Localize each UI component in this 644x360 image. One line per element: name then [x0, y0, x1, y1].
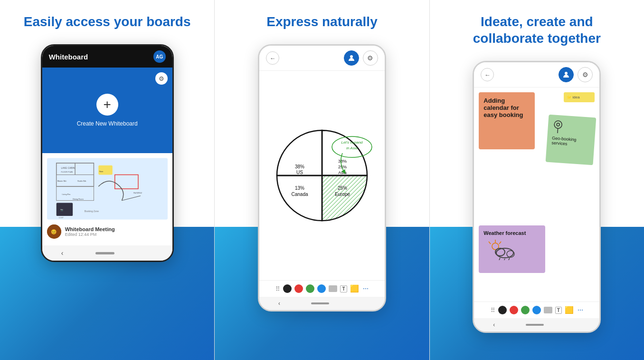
svg-text:13%: 13% [295, 185, 304, 191]
phone2-bottom-bar: ⠿ T 🟨 ⋯ [259, 280, 385, 297]
svg-line-42 [558, 128, 558, 133]
phone2-toolbar: ← ⚙ [259, 46, 385, 71]
tool3-sticky[interactable]: 🟨 [565, 306, 574, 314]
phone2-back-button[interactable]: ← [266, 51, 279, 65]
phone1-nav-bar: ‹ [42, 245, 172, 261]
location-icon [552, 119, 564, 133]
svg-text:US: US [296, 170, 303, 175]
pie-chart: 38% US 38% 25% Asia 13% Canada 25% Europ… [267, 121, 377, 230]
svg-text:📷: 📷 [60, 208, 63, 212]
phone3-user-button[interactable] [559, 67, 574, 82]
nav-pill [95, 252, 114, 254]
svg-line-45 [489, 242, 491, 244]
note-geobooking-text: Geo-booking services [551, 136, 590, 148]
svg-text:Booking Zone: Booking Zone [84, 210, 99, 213]
phone2: ← ⚙ [258, 44, 386, 311]
panel-express: Express naturally ← ⚙ [215, 0, 429, 360]
phone2-toolbar-right: ⚙ [344, 50, 378, 66]
board-avatar: 😊 [47, 224, 61, 239]
svg-line-44 [499, 242, 501, 244]
svg-text:12:6P: 12:6P [58, 216, 64, 219]
phone1: Whiteboard AG ⚙ + Create New Whiteboard [41, 44, 174, 262]
phone3-nav-back: ‹ [493, 321, 495, 328]
app-name-label: Whiteboard [49, 53, 88, 61]
note-weather: Weather forecast [479, 225, 545, 273]
tool3-text[interactable]: T [555, 307, 562, 314]
board-list-item: LAKE CABIN FLOOR PLAN Master Bdr. Studio… [42, 153, 172, 245]
phone2-user-button[interactable] [344, 50, 359, 66]
add-board-button[interactable]: + [96, 94, 118, 116]
panel1-title: Easily access your boards [5, 0, 210, 39]
create-label: Create New Whiteboard [77, 120, 138, 127]
phone2-settings-button[interactable]: ⚙ [363, 50, 378, 66]
svg-text:Let's expand: Let's expand [341, 140, 363, 145]
board-time: Edited 12:44 PM [65, 232, 115, 237]
svg-line-51 [504, 259, 505, 260]
phone3-toolbar: ← ⚙ [474, 62, 599, 88]
board-footer: 😊 Whiteboard Meeting Edited 12:44 PM [47, 223, 168, 241]
nav-pill-2 [311, 302, 329, 304]
phone2-canvas: 38% US 38% 25% Asia 13% Canada 25% Europ… [259, 71, 385, 280]
svg-point-41 [557, 123, 559, 126]
tool3-red-marker[interactable] [510, 306, 518, 314]
svg-text:Studio Bdr.: Studio Bdr. [77, 180, 86, 182]
phone3-back-button[interactable]: ← [481, 68, 494, 81]
phone3-bottom-bar: ⠿ T 🟨 ⋯ [474, 302, 599, 318]
tool3-eraser[interactable] [544, 307, 552, 313]
svg-rect-15 [56, 203, 72, 216]
new-board-section: ⚙ + Create New Whiteboard [42, 68, 172, 153]
settings-icon[interactable]: ⚙ [155, 72, 168, 85]
panel-access-boards: Easily access your boards Whiteboard AG … [0, 0, 215, 360]
svg-text:Ref:WS12: Ref:WS12 [133, 192, 142, 194]
tool-blue-marker[interactable] [317, 284, 326, 293]
nav-back-icon: ‹ [61, 249, 64, 257]
phone3-nav-bar: ‹ [474, 318, 599, 331]
svg-text:Master Bdr.: Master Bdr. [57, 180, 66, 182]
note-yellow: ⭐ idea [564, 92, 595, 102]
tool-sticky[interactable]: 🟨 [350, 284, 359, 293]
tool-green-marker[interactable] [306, 284, 314, 293]
note-yellow-text: ⭐ idea [567, 95, 592, 99]
svg-text:25%: 25% [338, 185, 347, 191]
tool-eraser[interactable] [329, 285, 337, 292]
tool-black-marker[interactable] [283, 284, 292, 293]
svg-text:38%: 38% [338, 159, 347, 164]
weather-icon [483, 239, 521, 260]
tool-text[interactable]: T [340, 285, 347, 292]
tool3-green-marker[interactable] [521, 306, 530, 314]
svg-line-50 [499, 258, 500, 260]
more-icon-3[interactable]: ⋯ [578, 307, 583, 313]
svg-point-39 [565, 72, 568, 75]
tool3-black-marker[interactable] [498, 306, 507, 314]
notes-canvas: Adding calendar for easy booking Geo-boo… [474, 88, 599, 302]
svg-text:Asia: Asia [338, 170, 347, 175]
nav-pill-3 [526, 324, 544, 326]
board-info: Whiteboard Meeting Edited 12:44 PM [65, 226, 115, 237]
note-weather-text: Weather forecast [483, 230, 540, 236]
tool3-blue-marker[interactable] [532, 306, 541, 314]
scatter-icon: ⠿ [275, 285, 280, 292]
svg-text:FLOOR PLAN: FLOOR PLAN [61, 171, 73, 173]
svg-text:Canada: Canada [291, 192, 308, 197]
phone2-nav-bar: ‹ [259, 297, 385, 310]
panel3-title: Ideate, create and collaborate together [430, 0, 644, 56]
phone1-header: Whiteboard AG [42, 46, 172, 68]
panel-collaborate: Ideate, create and collaborate together … [430, 0, 644, 360]
board-thumbnail: LAKE CABIN FLOOR PLAN Master Bdr. Studio… [47, 158, 168, 220]
svg-text:Note: Note [99, 170, 103, 173]
phone3-settings-button[interactable]: ⚙ [578, 67, 593, 82]
phone2-wrapper: ← ⚙ [258, 44, 386, 311]
phone3: ← ⚙ Adding calendar for easy booking [473, 61, 601, 333]
svg-point-23 [350, 55, 353, 58]
board-name: Whiteboard Meeting [65, 226, 115, 232]
more-icon[interactable]: ⋯ [363, 285, 369, 292]
phone2-nav-back: ‹ [278, 300, 280, 307]
note-geobooking: Geo-booking services [546, 115, 597, 165]
svg-text:in Asia: in Asia [346, 146, 358, 150]
svg-point-40 [554, 121, 562, 129]
tool-red-marker[interactable] [294, 284, 303, 293]
svg-text:Dining Room: Dining Room [73, 198, 84, 200]
note-calendar: Adding calendar for easy booking [479, 92, 535, 149]
svg-text:LAKE CABIN: LAKE CABIN [61, 167, 75, 169]
header-avatar: AG [153, 50, 166, 63]
